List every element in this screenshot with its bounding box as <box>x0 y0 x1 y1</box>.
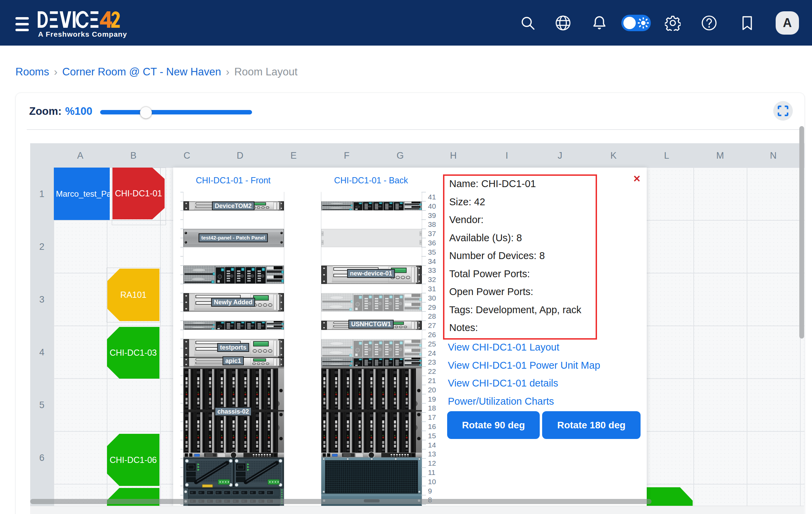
svg-text:15: 15 <box>428 432 436 440</box>
svg-text:32: 32 <box>428 276 436 283</box>
svg-text:28: 28 <box>428 312 436 320</box>
svg-text:16: 16 <box>428 423 436 430</box>
svg-text:17: 17 <box>428 413 436 421</box>
svg-text:14: 14 <box>428 441 436 449</box>
svg-text:12: 12 <box>428 459 436 467</box>
svg-text:29: 29 <box>428 303 436 311</box>
svg-text:38: 38 <box>428 220 436 228</box>
svg-text:34: 34 <box>428 257 436 265</box>
svg-text:31: 31 <box>428 285 436 293</box>
svg-text:21: 21 <box>428 377 436 384</box>
svg-text:36: 36 <box>428 239 436 247</box>
svg-text:20: 20 <box>428 386 436 394</box>
svg-text:23: 23 <box>428 358 436 366</box>
svg-text:37: 37 <box>428 230 436 237</box>
svg-text:19: 19 <box>428 395 436 403</box>
svg-text:22: 22 <box>428 367 436 375</box>
svg-text:26: 26 <box>428 331 436 339</box>
svg-text:25: 25 <box>428 340 436 348</box>
svg-text:33: 33 <box>428 266 436 274</box>
svg-text:30: 30 <box>428 294 436 302</box>
svg-text:9: 9 <box>428 487 432 495</box>
svg-text:39: 39 <box>428 211 436 219</box>
svg-text:10: 10 <box>428 478 436 486</box>
svg-text:24: 24 <box>428 349 436 357</box>
svg-text:35: 35 <box>428 248 436 256</box>
svg-text:40: 40 <box>428 202 436 210</box>
svg-text:18: 18 <box>428 404 436 412</box>
svg-text:13: 13 <box>428 450 436 458</box>
svg-text:11: 11 <box>428 468 435 476</box>
svg-text:41: 41 <box>428 193 436 201</box>
svg-text:27: 27 <box>428 321 436 329</box>
